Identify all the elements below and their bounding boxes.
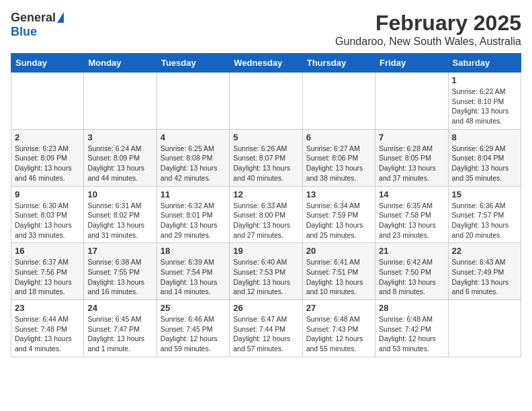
day-number: 8 <box>452 132 517 142</box>
day-number: 11 <box>161 189 226 199</box>
day-info: Sunrise: 6:25 AM Sunset: 8:08 PM Dayligh… <box>161 144 226 183</box>
day-number: 25 <box>161 303 226 313</box>
day-number: 16 <box>15 246 80 256</box>
day-info: Sunrise: 6:48 AM Sunset: 7:42 PM Dayligh… <box>379 314 444 354</box>
table-row: 17Sunrise: 6:38 AM Sunset: 7:55 PM Dayli… <box>84 243 157 300</box>
day-info: Sunrise: 6:30 AM Sunset: 8:03 PM Dayligh… <box>15 201 80 240</box>
day-info: Sunrise: 6:44 AM Sunset: 7:48 PM Dayligh… <box>15 314 80 354</box>
table-row <box>11 73 84 130</box>
day-number: 9 <box>15 189 80 199</box>
day-number: 3 <box>87 132 152 142</box>
day-number: 5 <box>233 132 298 142</box>
header-thursday: Thursday <box>302 54 375 73</box>
day-info: Sunrise: 6:47 AM Sunset: 7:44 PM Dayligh… <box>233 314 298 354</box>
day-info: Sunrise: 6:27 AM Sunset: 8:06 PM Dayligh… <box>306 144 371 183</box>
day-number: 2 <box>15 132 80 142</box>
calendar-table: Sunday Monday Tuesday Wednesday Thursday… <box>11 53 521 357</box>
day-info: Sunrise: 6:45 AM Sunset: 7:47 PM Dayligh… <box>87 314 152 354</box>
calendar-week-row: 1Sunrise: 6:22 AM Sunset: 8:10 PM Daylig… <box>11 73 521 130</box>
day-info: Sunrise: 6:36 AM Sunset: 7:57 PM Dayligh… <box>452 201 517 240</box>
page-header: General Blue February 2025 Gundaroo, New… <box>11 11 521 48</box>
calendar-week-row: 16Sunrise: 6:37 AM Sunset: 7:56 PM Dayli… <box>11 243 521 300</box>
table-row: 21Sunrise: 6:42 AM Sunset: 7:50 PM Dayli… <box>375 243 448 300</box>
table-row: 8Sunrise: 6:29 AM Sunset: 8:04 PM Daylig… <box>448 129 521 186</box>
day-number: 14 <box>379 189 444 199</box>
day-number: 28 <box>379 303 444 313</box>
day-number: 21 <box>379 246 444 256</box>
table-row: 15Sunrise: 6:36 AM Sunset: 7:57 PM Dayli… <box>448 186 521 243</box>
day-info: Sunrise: 6:37 AM Sunset: 7:56 PM Dayligh… <box>15 257 80 297</box>
table-row: 19Sunrise: 6:40 AM Sunset: 7:53 PM Dayli… <box>230 243 302 300</box>
table-row: 22Sunrise: 6:43 AM Sunset: 7:49 PM Dayli… <box>448 243 521 300</box>
day-number: 13 <box>306 189 371 199</box>
day-number: 26 <box>233 303 298 313</box>
table-row: 2Sunrise: 6:23 AM Sunset: 8:09 PM Daylig… <box>11 129 84 186</box>
title-section: February 2025 Gundaroo, New South Wales,… <box>335 11 521 48</box>
day-info: Sunrise: 6:28 AM Sunset: 8:05 PM Dayligh… <box>379 144 444 183</box>
table-row <box>84 73 157 130</box>
day-number: 17 <box>87 246 152 256</box>
table-row: 9Sunrise: 6:30 AM Sunset: 8:03 PM Daylig… <box>11 186 84 243</box>
table-row: 27Sunrise: 6:48 AM Sunset: 7:43 PM Dayli… <box>302 300 375 357</box>
day-number: 23 <box>15 303 80 313</box>
day-number: 7 <box>379 132 444 142</box>
calendar-week-row: 2Sunrise: 6:23 AM Sunset: 8:09 PM Daylig… <box>11 129 521 186</box>
day-info: Sunrise: 6:22 AM Sunset: 8:10 PM Dayligh… <box>452 87 517 126</box>
table-row: 13Sunrise: 6:34 AM Sunset: 7:59 PM Dayli… <box>302 186 375 243</box>
table-row: 4Sunrise: 6:25 AM Sunset: 8:08 PM Daylig… <box>157 129 229 186</box>
table-row <box>157 73 229 130</box>
day-info: Sunrise: 6:26 AM Sunset: 8:07 PM Dayligh… <box>233 144 298 183</box>
day-number: 10 <box>87 189 152 199</box>
day-number: 20 <box>306 246 371 256</box>
header-tuesday: Tuesday <box>157 54 229 73</box>
table-row: 6Sunrise: 6:27 AM Sunset: 8:06 PM Daylig… <box>302 129 375 186</box>
table-row <box>448 300 521 357</box>
table-row: 11Sunrise: 6:32 AM Sunset: 8:01 PM Dayli… <box>157 186 229 243</box>
table-row: 24Sunrise: 6:45 AM Sunset: 7:47 PM Dayli… <box>84 300 157 357</box>
day-number: 12 <box>233 189 298 199</box>
day-info: Sunrise: 6:38 AM Sunset: 7:55 PM Dayligh… <box>87 257 152 297</box>
day-info: Sunrise: 6:48 AM Sunset: 7:43 PM Dayligh… <box>306 314 371 354</box>
logo-general-text: General <box>11 11 56 25</box>
day-info: Sunrise: 6:24 AM Sunset: 8:09 PM Dayligh… <box>87 144 152 183</box>
day-info: Sunrise: 6:43 AM Sunset: 7:49 PM Dayligh… <box>452 257 517 297</box>
day-info: Sunrise: 6:35 AM Sunset: 7:58 PM Dayligh… <box>379 201 444 240</box>
day-number: 18 <box>161 246 226 256</box>
month-title: February 2025 <box>335 11 521 36</box>
table-row: 1Sunrise: 6:22 AM Sunset: 8:10 PM Daylig… <box>448 73 521 130</box>
table-row: 16Sunrise: 6:37 AM Sunset: 7:56 PM Dayli… <box>11 243 84 300</box>
day-info: Sunrise: 6:31 AM Sunset: 8:02 PM Dayligh… <box>87 201 152 240</box>
header-saturday: Saturday <box>448 54 521 73</box>
table-row: 10Sunrise: 6:31 AM Sunset: 8:02 PM Dayli… <box>84 186 157 243</box>
day-number: 4 <box>161 132 226 142</box>
table-row: 28Sunrise: 6:48 AM Sunset: 7:42 PM Dayli… <box>375 300 448 357</box>
calendar-week-row: 9Sunrise: 6:30 AM Sunset: 8:03 PM Daylig… <box>11 186 521 243</box>
table-row: 26Sunrise: 6:47 AM Sunset: 7:44 PM Dayli… <box>230 300 302 357</box>
day-number: 1 <box>452 75 517 85</box>
location-text: Gundaroo, New South Wales, Australia <box>335 36 521 48</box>
header-wednesday: Wednesday <box>230 54 302 73</box>
table-row: 20Sunrise: 6:41 AM Sunset: 7:51 PM Dayli… <box>302 243 375 300</box>
logo-blue-text: Blue <box>11 25 37 39</box>
calendar-week-row: 23Sunrise: 6:44 AM Sunset: 7:48 PM Dayli… <box>11 300 521 357</box>
day-number: 6 <box>306 132 371 142</box>
table-row: 23Sunrise: 6:44 AM Sunset: 7:48 PM Dayli… <box>11 300 84 357</box>
table-row: 5Sunrise: 6:26 AM Sunset: 8:07 PM Daylig… <box>230 129 302 186</box>
logo: General Blue <box>11 11 64 39</box>
table-row <box>230 73 302 130</box>
day-info: Sunrise: 6:41 AM Sunset: 7:51 PM Dayligh… <box>306 257 371 297</box>
table-row: 25Sunrise: 6:46 AM Sunset: 7:45 PM Dayli… <box>157 300 229 357</box>
table-row: 12Sunrise: 6:33 AM Sunset: 8:00 PM Dayli… <box>230 186 302 243</box>
day-number: 22 <box>452 246 517 256</box>
header-friday: Friday <box>375 54 448 73</box>
day-number: 27 <box>306 303 371 313</box>
logo-triangle-icon <box>57 12 64 23</box>
table-row <box>302 73 375 130</box>
calendar-header-row: Sunday Monday Tuesday Wednesday Thursday… <box>11 54 521 73</box>
day-info: Sunrise: 6:29 AM Sunset: 8:04 PM Dayligh… <box>452 144 517 183</box>
table-row: 18Sunrise: 6:39 AM Sunset: 7:54 PM Dayli… <box>157 243 229 300</box>
table-row: 14Sunrise: 6:35 AM Sunset: 7:58 PM Dayli… <box>375 186 448 243</box>
day-number: 24 <box>87 303 152 313</box>
day-info: Sunrise: 6:42 AM Sunset: 7:50 PM Dayligh… <box>379 257 444 297</box>
day-info: Sunrise: 6:40 AM Sunset: 7:53 PM Dayligh… <box>233 257 298 297</box>
